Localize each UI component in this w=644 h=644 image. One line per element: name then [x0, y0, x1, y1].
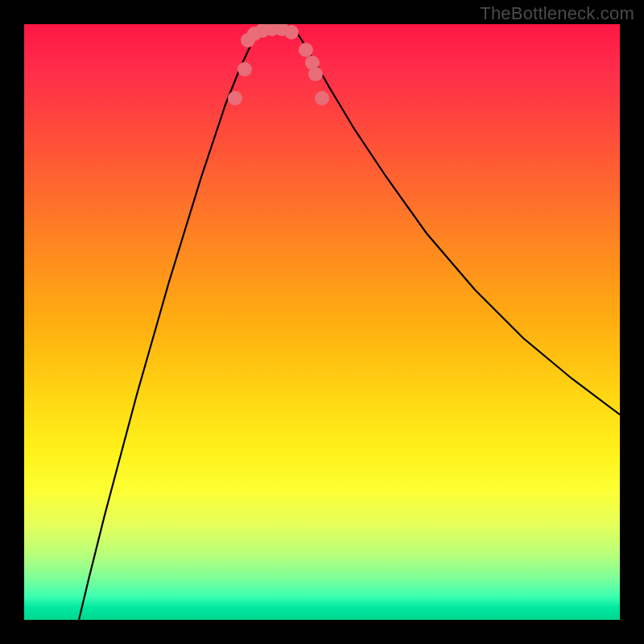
chart-marker [228, 91, 242, 105]
chart-marker [237, 62, 252, 76]
curve-right [294, 28, 620, 415]
chart-marker [315, 91, 329, 105]
chart-markers [228, 24, 329, 105]
chart-marker [308, 67, 323, 81]
curve-left [79, 28, 262, 620]
chart-marker [299, 43, 313, 57]
chart-marker [284, 25, 299, 39]
chart-plot-area [24, 24, 620, 620]
chart-svg [24, 24, 620, 620]
watermark-text: TheBottleneck.com [480, 3, 634, 24]
